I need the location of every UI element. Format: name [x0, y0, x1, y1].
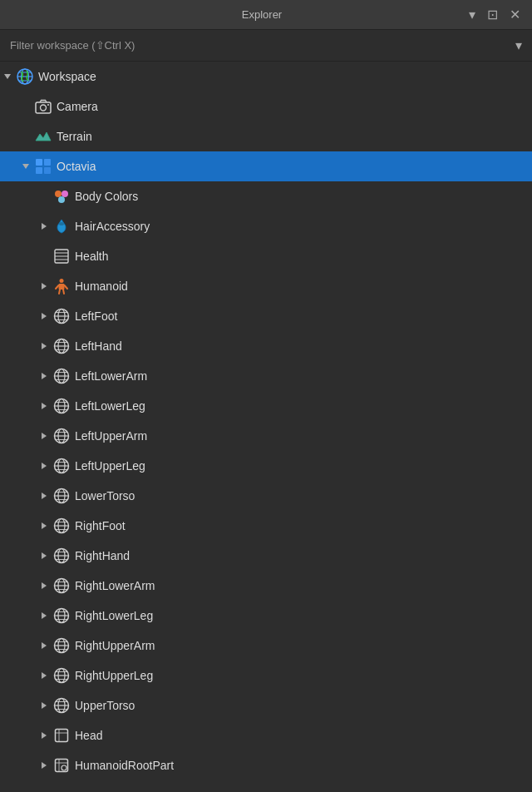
- tree-item-health[interactable]: Health: [0, 241, 532, 271]
- svg-point-14: [55, 191, 62, 197]
- svg-marker-23: [42, 283, 47, 290]
- tree-item-rightupperleg[interactable]: RightUpperLeg: [0, 661, 532, 691]
- humanoid-icon-humanoid: [52, 276, 71, 296]
- expand-icon-leftupperleg[interactable]: [37, 451, 52, 481]
- expand-icon-righthand[interactable]: [37, 541, 52, 571]
- tree-item-terrain[interactable]: Terrain: [0, 121, 532, 151]
- expand-icon-humanoidrootpart[interactable]: [37, 750, 52, 780]
- item-label-camera: Camera: [57, 100, 98, 113]
- part-icon-rightfoot: [52, 516, 71, 536]
- svg-rect-25: [59, 284, 65, 290]
- svg-marker-0: [4, 74, 11, 79]
- tree-item-lowertorso[interactable]: LowerTorso: [0, 481, 532, 511]
- tree-item-octavia[interactable]: Octavia: [0, 151, 532, 181]
- expand-icon-octavia[interactable]: [18, 151, 33, 181]
- workspace-icon-workspace: [15, 67, 35, 87]
- tree-item-workspace[interactable]: Workspace: [0, 62, 532, 92]
- tree-item-humanoid[interactable]: Humanoid: [0, 271, 532, 301]
- tree-item-leftlowerleg[interactable]: LeftLowerLeg: [0, 391, 532, 421]
- filter-bar[interactable]: Filter workspace (⇧Ctrl X) ▾: [0, 30, 532, 62]
- item-label-rightupperarm: RightUpperArm: [75, 639, 155, 652]
- item-label-bodycolors: Body Colors: [75, 190, 138, 203]
- model-icon-octavia: [33, 156, 53, 176]
- title-bar-title: Explorer: [58, 8, 466, 21]
- expand-icon-rightlowerarm[interactable]: [37, 571, 52, 601]
- item-label-rightupperleg: RightUpperLeg: [75, 669, 153, 682]
- tree-item-righthand[interactable]: RightHand: [0, 541, 532, 571]
- expand-icon-leftupperarm[interactable]: [37, 421, 52, 451]
- expand-icon-workspace[interactable]: [0, 62, 15, 92]
- tree-item-leftlowerarm[interactable]: LeftLowerArm: [0, 361, 532, 391]
- expand-icon-uppertorso[interactable]: [37, 691, 52, 720]
- health-icon-health: [52, 246, 71, 266]
- tree-item-leftupperarm[interactable]: LeftUpperArm: [0, 421, 532, 451]
- close-icon[interactable]: ✕: [506, 7, 524, 23]
- humanoidrootpart-icon-humanoidrootpart: [52, 755, 71, 775]
- svg-point-8: [47, 104, 49, 106]
- expand-icon-lefthand[interactable]: [37, 331, 52, 361]
- svg-marker-66: [42, 493, 47, 499]
- expand-icon-lowertorso[interactable]: [37, 481, 52, 511]
- tree-item-camera[interactable]: Camera: [0, 92, 532, 121]
- tree-item-rightfoot[interactable]: RightFoot: [0, 511, 532, 541]
- tree-item-hairaccessory[interactable]: HairAccessory: [0, 211, 532, 241]
- tree-item-rightlowerleg[interactable]: RightLowerLeg: [0, 601, 532, 631]
- svg-line-27: [65, 285, 68, 289]
- maximize-icon[interactable]: ⊡: [484, 7, 501, 23]
- accessory-icon-hairaccessory: [52, 216, 71, 236]
- camera-icon-camera: [33, 97, 53, 116]
- svg-point-15: [62, 191, 68, 197]
- expand-icon-rightfoot[interactable]: [37, 511, 52, 541]
- expand-icon-head[interactable]: [37, 720, 52, 750]
- svg-marker-84: [42, 582, 47, 589]
- svg-marker-54: [42, 433, 47, 439]
- expand-icon-humanoid[interactable]: [37, 271, 52, 301]
- tree-item-uppertorso[interactable]: UpperTorso: [0, 691, 532, 720]
- expand-icon-leftlowerarm[interactable]: [37, 361, 52, 391]
- bodycolors-icon-bodycolors: [52, 186, 71, 206]
- expand-icon-leftlowerleg[interactable]: [37, 391, 52, 421]
- tree-item-bodycolors[interactable]: Body Colors: [0, 181, 532, 211]
- item-label-leftupperarm: LeftUpperArm: [75, 429, 147, 443]
- part-icon-righthand: [52, 546, 71, 566]
- item-label-leftlowerleg: LeftLowerLeg: [75, 399, 145, 413]
- svg-marker-72: [42, 522, 47, 529]
- tree-item-lefthand[interactable]: LeftHand: [0, 331, 532, 361]
- svg-marker-78: [42, 552, 47, 559]
- svg-marker-108: [42, 702, 47, 709]
- item-label-leftlowerarm: LeftLowerArm: [75, 369, 147, 383]
- svg-point-18: [59, 222, 64, 225]
- item-label-terrain: Terrain: [57, 130, 92, 143]
- item-label-rightfoot: RightFoot: [75, 519, 126, 532]
- expand-icon-hairaccessory[interactable]: [37, 211, 52, 241]
- svg-marker-96: [42, 642, 47, 649]
- tree-item-head[interactable]: Head: [0, 720, 532, 750]
- item-label-rightlowerarm: RightLowerArm: [75, 579, 155, 592]
- svg-marker-90: [42, 612, 47, 619]
- svg-rect-6: [36, 102, 51, 113]
- svg-marker-17: [42, 223, 47, 230]
- tree-item-leftfoot[interactable]: LeftFoot: [0, 301, 532, 331]
- tree-item-humanoidrootpart[interactable]: HumanoidRootPart: [0, 750, 532, 780]
- svg-line-29: [63, 290, 64, 294]
- part-icon-leftfoot: [52, 306, 71, 326]
- expand-icon-leftfoot[interactable]: [37, 301, 52, 331]
- part-icon-lowertorso: [52, 486, 71, 506]
- tree-item-rightlowerarm[interactable]: RightLowerArm: [0, 571, 532, 601]
- tree-item-leftupperleg[interactable]: LeftUpperLeg: [0, 451, 532, 481]
- tree-item-rightupperarm[interactable]: RightUpperArm: [0, 631, 532, 661]
- svg-point-7: [41, 105, 47, 111]
- svg-line-28: [59, 290, 60, 294]
- part-icon-leftupperleg: [52, 456, 71, 476]
- item-label-rightlowerleg: RightLowerLeg: [75, 609, 153, 622]
- expand-icon-rightlowerleg[interactable]: [37, 601, 52, 631]
- item-label-lefthand: LeftHand: [75, 339, 122, 353]
- chevron-down-icon[interactable]: ▾: [466, 7, 479, 23]
- svg-rect-13: [44, 167, 51, 174]
- item-label-humanoidrootpart: HumanoidRootPart: [75, 759, 174, 772]
- svg-marker-9: [22, 164, 29, 169]
- expand-icon-rightupperleg[interactable]: [37, 661, 52, 691]
- part-icon-leftlowerleg: [52, 396, 71, 416]
- item-label-leftupperleg: LeftUpperLeg: [75, 459, 145, 473]
- expand-icon-rightupperarm[interactable]: [37, 631, 52, 661]
